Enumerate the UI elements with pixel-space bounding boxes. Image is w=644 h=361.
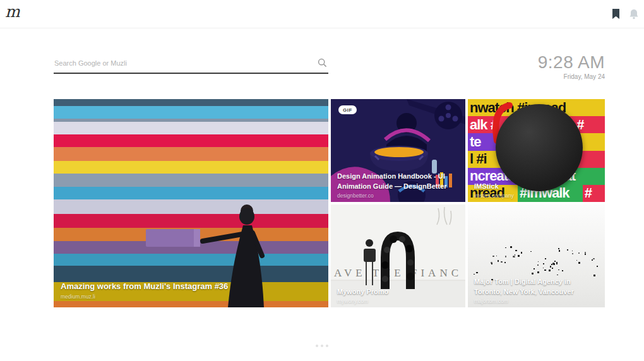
magnetic-disc-artwork	[496, 104, 583, 191]
clock-widget: 9:28 AM Friday, May 24	[538, 53, 605, 80]
clock-time: 9:28 AM	[538, 53, 605, 71]
loader-dot	[321, 345, 323, 347]
search-icon[interactable]	[318, 58, 327, 68]
loader-dot	[316, 345, 318, 347]
animation-illustration-artwork	[331, 99, 465, 202]
card-mywony[interactable]: AVE THE FIANC Mywony Promo mywony.com	[331, 204, 465, 307]
search-input[interactable]	[54, 54, 328, 74]
feed-grid: Amazing works from Muzli's Instagram #36…	[54, 99, 605, 307]
feed-loader	[316, 345, 328, 347]
floral-arch-artwork	[331, 204, 465, 307]
clock-date: Friday, May 24	[538, 73, 605, 80]
header-icons	[611, 8, 639, 20]
card-muzli-instagram[interactable]: Amazing works from Muzli's Instagram #36…	[54, 99, 328, 307]
card-majortom[interactable]: Major Tom | Digital Agency in Toronto, N…	[468, 204, 605, 307]
bookmark-icon[interactable]	[611, 8, 621, 20]
loader-dot	[326, 345, 328, 347]
gif-badge: GIF	[338, 105, 357, 114]
card-designbetter[interactable]: GIF Design Animation Handbook - UI Anima…	[331, 99, 465, 202]
bell-icon[interactable]	[629, 9, 639, 20]
woman-silhouette-artwork	[54, 99, 328, 307]
particle-swarm-artwork	[468, 204, 605, 307]
search-bar	[54, 54, 328, 74]
muzli-logo[interactable]: m	[5, 3, 20, 21]
top-bar: m	[0, 0, 644, 28]
card-imstick[interactable]: nwatch #imreadalk #imin! #teh #il #imtrn…	[468, 99, 605, 202]
